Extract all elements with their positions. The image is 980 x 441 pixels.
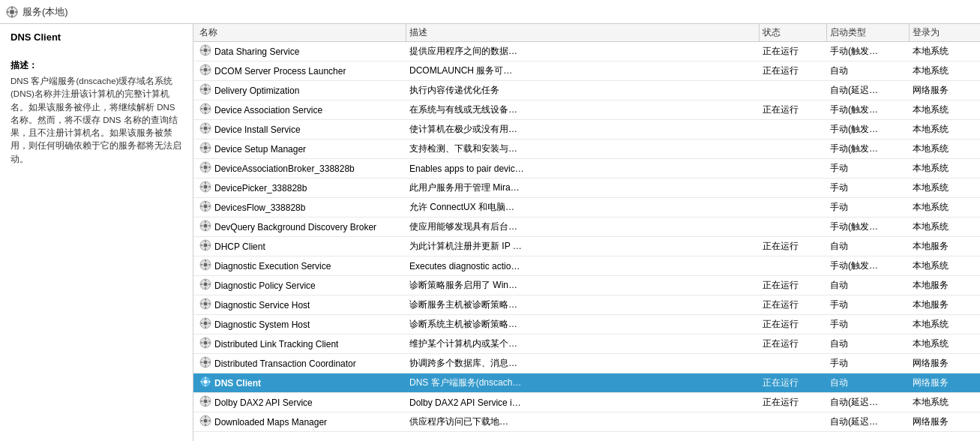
service-desc-cell: 使计算机在极少或没有用…: [406, 123, 760, 136]
svg-point-37: [204, 146, 208, 150]
svg-rect-71: [208, 244, 211, 245]
table-row[interactable]: Device Association Service在系统与有线或无线设备…正在…: [193, 100, 980, 120]
table-row[interactable]: Data Sharing Service提供应用程序之间的数据…正在运行手动(触…: [193, 42, 980, 62]
table-row[interactable]: Dolby DAX2 API ServiceDolby DAX2 API Ser…: [193, 393, 980, 412]
gear-icon: [199, 298, 211, 312]
svg-rect-123: [205, 424, 205, 426]
svg-rect-62: [205, 221, 205, 224]
service-status-cell: 正在运行: [760, 45, 827, 58]
table-row[interactable]: DNS ClientDNS 客户端服务(dnscach…正在运行自动网络服务: [193, 374, 980, 393]
service-logon-cell: 本地系统: [910, 142, 977, 155]
service-logon-cell: 本地系统: [910, 260, 977, 272]
service-name-cell: DevicesFlow_338828b: [196, 200, 406, 214]
service-start-type-cell: 自动(延迟…: [827, 396, 910, 409]
header-desc[interactable]: 描述: [406, 24, 760, 41]
table-row[interactable]: DCOM Server Process LauncherDCOMLAUNCH 服…: [193, 62, 980, 81]
service-desc-cell: 供应程序访问已下载地…: [406, 416, 760, 428]
left-panel: DNS Client 描述： DNS 客户端服务(dnscache)缓存域名系统…: [0, 24, 193, 441]
svg-rect-92: [205, 319, 205, 321]
svg-rect-32: [205, 124, 205, 126]
service-name-text: DCOM Server Process Launcher: [214, 66, 346, 76]
table-row[interactable]: DevicePicker_338828b此用户服务用于管理 Mira…手动本地系…: [193, 178, 980, 198]
gear-icon: [199, 142, 211, 156]
table-row[interactable]: Device Install Service使计算机在极少或没有用…手动(触发……: [193, 120, 980, 140]
table-row[interactable]: Distributed Transaction Coordinator协调跨多个…: [193, 354, 980, 374]
service-start-type-cell: 手动(触发…: [827, 104, 910, 116]
svg-rect-99: [205, 346, 205, 348]
title-bar-text: 服务(本地): [22, 5, 68, 19]
service-name-cell: Diagnostic Policy Service: [196, 278, 406, 292]
table-row[interactable]: DevQuery Background Discovery Broker使应用能…: [193, 218, 980, 237]
svg-point-85: [204, 302, 208, 306]
service-status-cell: 正在运行: [760, 298, 827, 311]
service-name-cell: Device Install Service: [196, 122, 406, 136]
svg-rect-116: [205, 397, 205, 399]
header-status[interactable]: 状态: [760, 24, 827, 41]
service-start-type-cell: 手动: [827, 201, 910, 214]
service-name-text: Device Install Service: [214, 124, 301, 135]
header-name[interactable]: 名称: [196, 24, 406, 41]
gear-icon: [199, 220, 211, 234]
svg-rect-74: [205, 260, 205, 262]
service-desc-cell: 允许 ConnectUX 和电脑…: [406, 201, 760, 214]
service-status-cell: 正在运行: [760, 376, 827, 389]
svg-rect-81: [205, 287, 205, 290]
svg-point-97: [204, 341, 208, 345]
service-name-text: Device Setup Manager: [214, 144, 306, 154]
svg-point-109: [204, 380, 208, 384]
service-start-type-cell: 手动: [827, 182, 910, 194]
service-name-text: Diagnostic Execution Service: [214, 261, 331, 272]
main-content: DNS Client 描述： DNS 客户端服务(dnscache)缓存域名系统…: [0, 24, 980, 441]
svg-rect-64: [201, 225, 203, 226]
svg-rect-2: [11, 7, 13, 9]
svg-rect-8: [205, 46, 205, 48]
svg-rect-34: [201, 128, 203, 128]
service-logon-cell: 本地系统: [910, 45, 977, 58]
svg-point-43: [204, 166, 208, 170]
table-row[interactable]: DeviceAssociationBroker_338828bEnables a…: [193, 159, 980, 178]
table-row[interactable]: Distributed Link Tracking Client维护某个计算机内…: [193, 334, 980, 354]
svg-rect-75: [205, 268, 205, 270]
table-row[interactable]: Device Setup Manager支持检测、下载和安装与…手动(触发…本地…: [193, 140, 980, 159]
svg-rect-53: [208, 186, 211, 187]
svg-rect-59: [208, 206, 211, 206]
service-name-cell: DCOM Server Process Launcher: [196, 64, 406, 78]
svg-rect-77: [208, 264, 211, 265]
gear-icon: [199, 415, 211, 429]
table-row[interactable]: Diagnostic Policy Service诊断策略服务启用了 Win…正…: [193, 276, 980, 296]
svg-rect-14: [205, 65, 205, 68]
table-row[interactable]: Delivery Optimization执行内容传递优化任务自动(延迟…网络服…: [193, 81, 980, 100]
svg-point-49: [204, 185, 208, 189]
service-desc-cell: 诊断策略服务启用了 Win…: [406, 279, 760, 292]
table-row[interactable]: DHCP Client为此计算机注册并更新 IP …正在运行自动本地服务: [193, 237, 980, 256]
svg-rect-86: [205, 299, 205, 302]
svg-rect-104: [205, 358, 205, 360]
svg-rect-27: [205, 112, 205, 114]
table-row[interactable]: DevicesFlow_338828b允许 ConnectUX 和电脑…手动本地…: [193, 198, 980, 218]
service-start-type-cell: 自动: [827, 240, 910, 253]
title-bar-icon: [6, 6, 18, 18]
service-desc-cell: 为此计算机注册并更新 IP …: [406, 240, 760, 253]
service-name-text: Device Association Service: [214, 105, 322, 116]
service-name-cell: DevicePicker_338828b: [196, 181, 406, 195]
svg-rect-56: [205, 202, 205, 204]
svg-point-61: [204, 224, 208, 228]
service-name-text: DevQuery Background Discovery Broker: [214, 222, 376, 232]
svg-rect-76: [201, 264, 203, 265]
table-row[interactable]: Diagnostic Service Host诊断服务主机被诊断策略…正在运行手…: [193, 296, 980, 315]
service-desc-cell: 此用户服务用于管理 Mira…: [406, 182, 760, 194]
header-start-type[interactable]: 启动类型: [827, 24, 910, 41]
gear-icon: [199, 83, 211, 98]
service-desc-cell: 维护某个计算机内或某个…: [406, 338, 760, 350]
service-start-type-cell: 手动(触发…: [827, 45, 910, 58]
svg-rect-94: [201, 322, 203, 323]
header-logon[interactable]: 登录为: [910, 24, 977, 41]
table-row[interactable]: Diagnostic Execution ServiceExecutes dia…: [193, 256, 980, 276]
gear-icon: [199, 239, 211, 254]
table-row[interactable]: Downloaded Maps Manager供应程序访问已下载地…自动(延迟……: [193, 412, 980, 432]
service-status-cell: 正在运行: [760, 338, 827, 350]
svg-rect-44: [205, 163, 205, 165]
service-name-text: Diagnostic Policy Service: [214, 280, 316, 291]
table-row[interactable]: Diagnostic System Host诊断系统主机被诊断策略…正在运行手动…: [193, 315, 980, 334]
service-logon-cell: 本地系统: [910, 220, 977, 233]
